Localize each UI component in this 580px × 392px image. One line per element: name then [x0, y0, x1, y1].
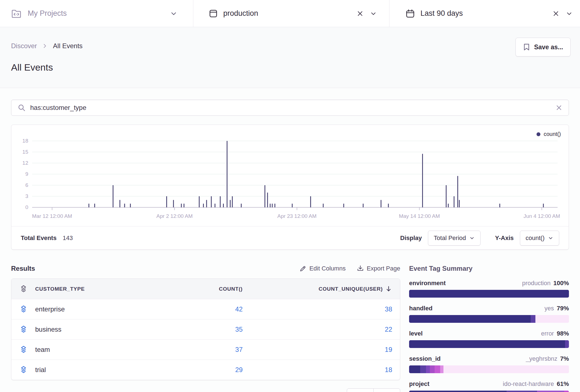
- count-link[interactable]: 35: [173, 326, 243, 333]
- tag-distribution-bar[interactable]: [409, 340, 569, 348]
- tag-name: level: [409, 330, 423, 337]
- count-unique-link[interactable]: 38: [243, 305, 392, 313]
- clear-date-range-icon[interactable]: [552, 10, 560, 17]
- svg-text:3: 3: [25, 193, 28, 199]
- tag-name: session_id: [409, 355, 441, 362]
- count-link[interactable]: 42: [173, 305, 243, 313]
- svg-text:Jun 4 12:00 AM: Jun 4 12:00 AM: [523, 213, 560, 219]
- date-range-label: Last 90 days: [420, 9, 463, 18]
- tag-distribution-bar[interactable]: [409, 315, 569, 323]
- search-bar: [11, 100, 569, 116]
- count-unique-link[interactable]: 22: [243, 326, 392, 333]
- column-header-count-unique[interactable]: COUNT_UNIQUE(USER): [319, 286, 383, 292]
- previous-page-button[interactable]: [347, 388, 374, 392]
- total-events-label: Total Events: [21, 234, 57, 242]
- tag-name: handled: [409, 305, 432, 312]
- calendar-icon: [406, 9, 415, 18]
- svg-text:18: 18: [22, 138, 28, 144]
- download-icon: [357, 265, 364, 272]
- svg-text:6: 6: [25, 182, 28, 188]
- customer-type-value: team: [35, 346, 50, 354]
- bookmark-icon: [523, 43, 530, 51]
- column-header-count[interactable]: COUNT(): [219, 286, 243, 292]
- tag-summary-heading: Event Tag Summary: [409, 265, 569, 272]
- save-as-label: Save as...: [534, 43, 563, 51]
- environment-selector[interactable]: production: [193, 0, 389, 27]
- table-row[interactable]: trial 29 18: [11, 360, 400, 380]
- project-selector[interactable]: My Projects: [0, 0, 193, 27]
- chevron-down-icon[interactable]: [370, 10, 377, 17]
- edit-columns-button[interactable]: Edit Columns: [299, 265, 346, 272]
- total-events-value: 143: [63, 234, 73, 242]
- sort-desc-arrow-icon[interactable]: [385, 285, 392, 293]
- stack-icon: [19, 365, 28, 374]
- events-chart[interactable]: 0369121518Mar 12 12:00 AMApr 2 12:00 AMA…: [11, 125, 569, 226]
- chevron-down-icon[interactable]: [566, 10, 573, 17]
- pencil-icon: [299, 265, 307, 272]
- tag-percent: 79%: [557, 305, 569, 312]
- count-link[interactable]: 37: [173, 346, 243, 354]
- search-icon: [17, 104, 26, 112]
- page-title: All Events: [11, 62, 569, 73]
- svg-text:Mar 12 12:00 AM: Mar 12 12:00 AM: [32, 213, 72, 219]
- projects-folder-icon: [11, 9, 22, 18]
- yaxis-dropdown-value: count(): [526, 234, 545, 242]
- chart-legend[interactable]: count(): [537, 131, 561, 137]
- table-row[interactable]: enterprise 42 38: [11, 299, 400, 319]
- export-page-button[interactable]: Export Page: [357, 265, 400, 272]
- tag-distribution-bar[interactable]: [409, 391, 569, 392]
- edit-columns-label: Edit Columns: [309, 265, 346, 272]
- date-range-selector[interactable]: Last 90 days: [389, 0, 580, 27]
- customer-type-value: enterprise: [35, 305, 65, 313]
- chevron-down-icon[interactable]: [170, 10, 178, 17]
- svg-text:15: 15: [22, 149, 28, 155]
- svg-text:May 14 12:00 AM: May 14 12:00 AM: [399, 213, 440, 219]
- count-link[interactable]: 29: [173, 366, 243, 374]
- search-input[interactable]: [30, 104, 555, 112]
- svg-text:9: 9: [25, 171, 28, 177]
- svg-text:0: 0: [25, 204, 28, 210]
- chart-footer: Total Events 143 Display Total Period Y-…: [11, 226, 569, 249]
- project-selector-label: My Projects: [28, 9, 67, 18]
- tag-top-value: production: [522, 280, 551, 287]
- breadcrumb-current: All Events: [53, 42, 83, 50]
- svg-text:Apr 23 12:00 AM: Apr 23 12:00 AM: [277, 213, 317, 219]
- global-filter-bar: My Projects production: [0, 0, 580, 27]
- tag-group-level: level error 98%: [409, 330, 569, 348]
- breadcrumb: Discover All Events: [11, 42, 569, 50]
- stack-icon: [19, 345, 28, 354]
- tag-percent: 98%: [557, 330, 569, 337]
- clear-search-icon[interactable]: [555, 104, 563, 111]
- tag-name: project: [409, 380, 429, 388]
- svg-text:Apr 2 12:00 AM: Apr 2 12:00 AM: [156, 213, 193, 219]
- tag-distribution-bar[interactable]: [409, 365, 569, 373]
- display-dropdown[interactable]: Total Period: [428, 231, 481, 246]
- save-as-button[interactable]: Save as...: [515, 38, 571, 56]
- display-label: Display: [400, 234, 422, 242]
- table-row[interactable]: team 37 19: [11, 339, 400, 360]
- svg-text:12: 12: [22, 160, 28, 166]
- tag-group-handled: handled yes 79%: [409, 305, 569, 323]
- next-page-button[interactable]: [373, 388, 400, 392]
- count-unique-link[interactable]: 18: [243, 366, 392, 374]
- tag-top-value: yes: [545, 305, 554, 312]
- tag-name: environment: [409, 280, 446, 287]
- yaxis-dropdown[interactable]: count(): [520, 231, 559, 246]
- yaxis-label: Y-Axis: [495, 234, 514, 242]
- breadcrumb-discover-link[interactable]: Discover: [11, 42, 37, 50]
- tag-top-value: _yeghrsbnz: [526, 355, 557, 362]
- page-header: Discover All Events All Events Save as..…: [0, 27, 580, 88]
- window-icon: [209, 9, 218, 18]
- event-tag-summary: Event Tag Summary environment production…: [409, 265, 569, 392]
- tag-distribution-bar[interactable]: [409, 290, 569, 298]
- clear-environment-icon[interactable]: [356, 10, 364, 17]
- export-page-label: Export Page: [367, 265, 400, 272]
- results-table-header: CUSTOMER_TYPE COUNT() COUNT_UNIQUE(USER): [11, 279, 400, 299]
- count-unique-link[interactable]: 19: [243, 346, 392, 354]
- breadcrumb-chevron-icon: [42, 43, 48, 49]
- column-header-customer-type[interactable]: CUSTOMER_TYPE: [35, 286, 85, 292]
- stack-icon: [19, 325, 28, 334]
- chevron-down-icon: [469, 235, 475, 241]
- table-row[interactable]: business 35 22: [11, 319, 400, 339]
- events-chart-svg: 0369121518Mar 12 12:00 AMApr 2 12:00 AMA…: [11, 125, 569, 226]
